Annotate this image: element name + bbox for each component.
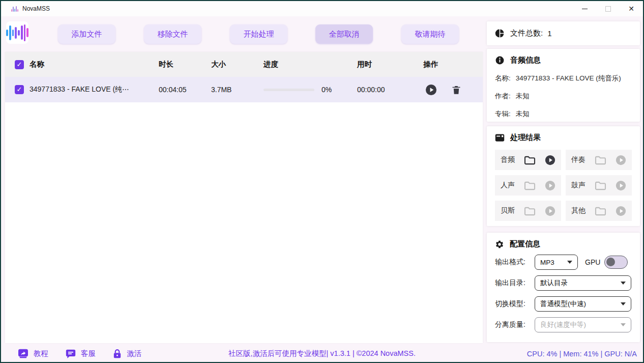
minimize-button[interactable] <box>573 1 596 16</box>
folder-icon <box>524 181 536 190</box>
tutorial-icon <box>18 349 28 358</box>
audio-artist-field: 作者: 未知 <box>495 92 632 101</box>
app-logo-waveform-icon <box>6 21 28 44</box>
output-dir-value: 默认目录 <box>540 278 568 288</box>
header-size: 大小 <box>211 60 264 69</box>
gear-icon <box>495 240 504 249</box>
card-icon <box>495 133 505 142</box>
audio-name-field: 名称: 349771833 - FAKE LOVE (纯音乐) <box>495 74 632 83</box>
maximize-button[interactable] <box>596 1 620 16</box>
play-result-button <box>616 155 626 165</box>
window-title: NovaMSS <box>22 5 50 12</box>
play-icon <box>545 180 555 191</box>
activate-link[interactable]: 激活 <box>113 349 141 359</box>
result-item-audio: 音频 <box>495 150 561 170</box>
result-label: 人声 <box>501 181 515 190</box>
folder-icon <box>524 206 536 216</box>
pie-chart-icon <box>495 29 505 38</box>
output-dir-label: 输出目录: <box>495 278 535 288</box>
header-duration: 时长 <box>159 60 211 69</box>
tutorial-link[interactable]: 教程 <box>18 349 48 358</box>
result-item-other: 其他 <box>566 201 632 221</box>
chevron-down-icon <box>621 282 626 285</box>
result-label: 鼓声 <box>571 181 586 190</box>
audio-name-label: 名称: <box>495 74 511 83</box>
header-actions: 操作 <box>413 60 483 69</box>
result-label: 伴奏 <box>571 155 586 164</box>
audio-album-label: 专辑: <box>495 109 511 119</box>
result-item-accompaniment: 伴奏 <box>566 150 632 170</box>
result-item-vocals: 人声 <box>495 175 561 196</box>
model-value: 普通模型(中速) <box>540 299 586 309</box>
open-folder-button <box>595 155 606 165</box>
result-label: 其他 <box>571 206 586 215</box>
start-processing-button[interactable]: 开始处理 <box>230 24 287 44</box>
file-duration: 00:04:05 <box>159 86 211 94</box>
file-count-value: 1 <box>547 29 551 38</box>
file-table: 名称 时长 大小 进度 用时 操作 349771833 - FAKE LOVE … <box>5 52 483 343</box>
app-waveform-icon <box>11 6 18 12</box>
model-label: 切换模型: <box>495 299 535 309</box>
open-folder-button <box>524 181 536 190</box>
play-result-button <box>616 206 626 216</box>
play-result-button <box>545 180 555 191</box>
select-all-checkbox[interactable] <box>15 60 24 69</box>
add-files-button[interactable]: 添加文件 <box>58 24 115 44</box>
quality-label: 分离质量: <box>495 320 535 329</box>
play-icon <box>545 155 555 165</box>
output-format-value: MP3 <box>540 259 554 266</box>
tutorial-label: 教程 <box>34 349 48 358</box>
close-button[interactable]: ✕ <box>620 1 643 16</box>
config-card: 配置信息 输出格式: MP3 GPU 输出目录: 默认目录 切换模型: 普通模型… <box>487 233 640 342</box>
file-size: 3.7MB <box>211 86 264 94</box>
row-checkbox[interactable] <box>15 85 24 94</box>
app-window: NovaMSS ✕ 添加文件 移除文件 开始处理 全部取消 敬请期待 名称 时长… <box>0 0 644 363</box>
play-result-button <box>616 180 626 191</box>
chevron-down-icon <box>567 261 572 264</box>
folder-icon <box>595 155 606 165</box>
close-icon: ✕ <box>628 5 634 12</box>
audio-info-card: 音频信息 名称: 349771833 - FAKE LOVE (纯音乐) 作者:… <box>487 49 640 122</box>
folder-icon <box>595 181 606 190</box>
results-card: 处理结果 音频 伴奏 人声 鼓声 <box>487 126 640 226</box>
audio-name-value: 349771833 - FAKE LOVE (纯音乐) <box>516 74 621 83</box>
result-label: 贝斯 <box>501 206 515 215</box>
system-stats: CPU: 4% | Mem: 41% | GPU: N/A <box>527 350 637 358</box>
info-icon <box>495 55 505 65</box>
gpu-toggle[interactable] <box>604 256 628 269</box>
play-result-button <box>545 206 555 216</box>
row-play-button[interactable] <box>425 84 437 96</box>
activate-label: 激活 <box>127 349 141 358</box>
play-icon <box>545 206 555 216</box>
output-dir-select[interactable]: 默认目录 <box>535 275 631 291</box>
quality-select: 良好(速度中等) <box>535 317 631 332</box>
coming-soon-button[interactable]: 敬请期待 <box>401 24 459 44</box>
open-folder-button[interactable] <box>524 155 536 165</box>
open-folder-button <box>595 206 606 216</box>
folder-icon <box>595 206 606 216</box>
lock-icon <box>113 349 122 359</box>
row-delete-button[interactable] <box>451 85 461 95</box>
support-link[interactable]: 客服 <box>66 349 96 359</box>
title-bar: NovaMSS ✕ <box>1 1 643 16</box>
file-count-card: 文件总数: 1 <box>487 21 640 45</box>
table-row[interactable]: 349771833 - FAKE LOVE (纯⋯ 00:04:05 3.7MB… <box>5 77 483 102</box>
play-icon <box>616 155 626 165</box>
output-format-select[interactable]: MP3 <box>535 255 578 270</box>
result-label: 音频 <box>501 155 515 164</box>
chevron-down-icon <box>621 302 626 305</box>
chevron-down-icon <box>621 323 626 326</box>
results-title: 处理结果 <box>510 133 541 143</box>
config-title: 配置信息 <box>510 239 540 249</box>
elapsed-time: 00:00:00 <box>357 86 413 94</box>
audio-artist-label: 作者: <box>495 92 511 101</box>
minimize-icon <box>582 9 588 9</box>
cancel-all-button[interactable]: 全部取消 <box>315 24 373 44</box>
toggle-knob <box>606 258 615 266</box>
audio-album-field: 专辑: 未知 <box>495 109 632 119</box>
gpu-label: GPU <box>585 258 600 266</box>
folder-icon <box>524 155 536 165</box>
remove-files-button[interactable]: 移除文件 <box>144 24 201 44</box>
model-select[interactable]: 普通模型(中速) <box>535 296 631 312</box>
play-result-button[interactable] <box>545 155 555 165</box>
